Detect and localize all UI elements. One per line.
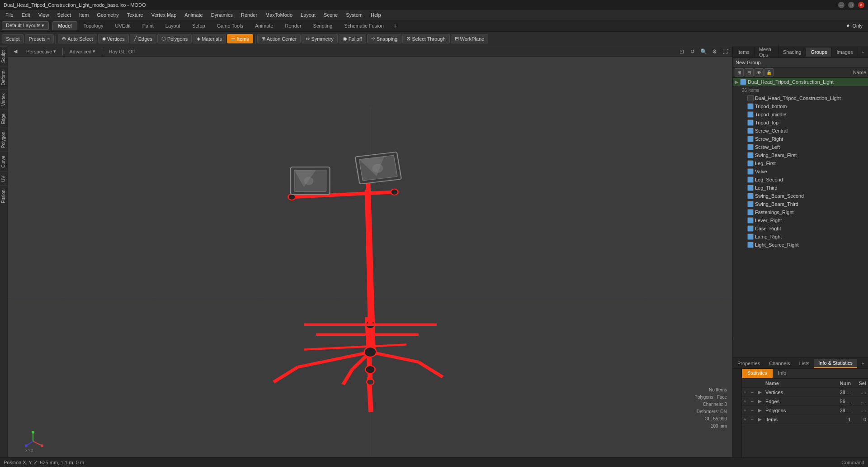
rpanel-tab-shading[interactable]: Shading (778, 48, 806, 57)
tab-model[interactable]: Model (52, 21, 78, 30)
menu-scene[interactable]: Scene (320, 11, 341, 19)
viewport-view-label[interactable]: Perspective ▾ (24, 48, 59, 55)
tree-item-10[interactable]: Leg_Second (733, 176, 868, 184)
stats-arrow-vertices[interactable]: ▶ (758, 390, 764, 395)
group-eye-button[interactable]: 👁 (755, 68, 764, 76)
menu-layout[interactable]: Layout (297, 11, 319, 19)
viewport-ray-gl[interactable]: Ray GL: Off (106, 48, 137, 55)
sidebar-curve[interactable]: Curve (0, 152, 8, 172)
viewport[interactable]: ◀ Perspective ▾ Advanced ▾ Ray GL: Off ⊡… (8, 46, 732, 457)
menu-item[interactable]: Item (75, 11, 92, 19)
item-6-checkbox[interactable] (747, 144, 754, 150)
tree-item-6[interactable]: Screw_Left (733, 143, 868, 151)
tab-paint[interactable]: Paint (137, 21, 160, 30)
stats-plus-edges[interactable]: + (744, 399, 749, 404)
tab-animate[interactable]: Animate (249, 21, 279, 30)
tree-item-17[interactable]: Lamp_Right (733, 233, 868, 241)
rpanel-tab-mesh-ops[interactable]: Mesh Ops (755, 45, 778, 59)
tree-item-16[interactable]: Case_Right (733, 224, 868, 233)
tree-item-18[interactable]: Light_Source_Right (733, 241, 868, 249)
item-16-checkbox[interactable] (747, 225, 754, 232)
stats-plus-vertices[interactable]: + (744, 390, 749, 395)
action-center-button[interactable]: ⊞ Action Center (257, 34, 301, 43)
menu-edit[interactable]: Edit (18, 11, 34, 19)
stats-plus-polygons[interactable]: + (744, 408, 749, 413)
stats-row-edges[interactable]: + – ▶ Edges 56.... .... (742, 397, 868, 406)
item-8-checkbox[interactable] (747, 160, 754, 167)
sidebar-deform[interactable]: Deform (0, 67, 8, 89)
rpanel-add-button[interactable]: + (858, 48, 868, 57)
sidebar-uv[interactable]: UV (0, 172, 8, 186)
select-through-button[interactable]: ⊠ Select Through (402, 34, 449, 43)
menu-animate[interactable]: Animate (181, 11, 206, 19)
expand-button[interactable]: ⛶ (721, 47, 730, 56)
sidebar-sculpt[interactable]: Sculpt (0, 46, 8, 67)
viewport-arrow-left[interactable]: ◀ (11, 48, 20, 55)
sidebar-fusion[interactable]: Fusion (0, 186, 8, 207)
stats-row-items[interactable]: + – ▶ Items 1 0 (742, 415, 868, 424)
stats-arrow-items[interactable]: ▶ (758, 417, 764, 422)
canvas-area[interactable]: No Items Polygons : Face Channels: 0 Def… (8, 57, 732, 457)
root-checkbox[interactable] (740, 79, 746, 85)
materials-button[interactable]: ◈ Materials (193, 34, 226, 43)
stats-plus-items[interactable]: + (744, 417, 749, 422)
star-only[interactable]: ★ Only (842, 22, 866, 29)
item-0-checkbox[interactable] (747, 95, 754, 101)
items-button[interactable]: ☰ Items (227, 34, 253, 43)
vertices-button[interactable]: ◆ Vertices (98, 34, 129, 43)
rpanel-tab-items[interactable]: Items (733, 48, 755, 57)
item-14-checkbox[interactable] (747, 209, 754, 215)
stats-row-polygons[interactable]: + – ▶ Polygons 28.... .... (742, 406, 868, 415)
tree-item-3[interactable]: Tripod_top (733, 119, 868, 127)
presets-button[interactable]: Presets ≡ (25, 34, 54, 43)
falloff-button[interactable]: ◉ Falloff (339, 34, 366, 43)
workplane-button[interactable]: ⊟ WorkPlane (451, 34, 489, 43)
sculpt-button[interactable]: Sculpt (2, 34, 24, 43)
tab-setup[interactable]: Setup (186, 21, 211, 30)
auto-select-button[interactable]: ⊕ Auto Select (58, 34, 97, 43)
close-button[interactable]: ✕ (858, 2, 864, 8)
tree-item-0[interactable]: Dual_Head_Tripod_Construction_Light (733, 94, 868, 102)
tree-item-15[interactable]: Lever_Right (733, 216, 868, 224)
stats-dash-polygons[interactable]: – (751, 408, 756, 413)
menu-maxtomodo[interactable]: MaxToModo (262, 11, 296, 19)
tab-render[interactable]: Render (279, 21, 307, 30)
tab-layout[interactable]: Layout (160, 21, 186, 30)
lpanel-tab-info[interactable]: Info & Statistics (814, 359, 857, 368)
undo-view-button[interactable]: ↺ (688, 47, 697, 56)
add-layout-button[interactable]: + (390, 21, 401, 31)
tree-item-5[interactable]: Screw_Right (733, 135, 868, 143)
item-7-checkbox[interactable] (747, 152, 754, 158)
item-1-checkbox[interactable] (747, 103, 754, 110)
tree-item-4[interactable]: Screw_Central (733, 127, 868, 135)
tab-game-tools[interactable]: Game Tools (211, 21, 250, 30)
tree-item-1[interactable]: Tripod_bottom (733, 102, 868, 110)
sidebar-edge[interactable]: Edge (0, 110, 8, 128)
settings-button[interactable]: ⚙ (710, 47, 719, 56)
layouts-dropdown[interactable]: Default Layouts ▾ (2, 21, 49, 30)
stats-tab-statistics[interactable]: Statistics (742, 369, 773, 378)
tree-item-9[interactable]: Valve (733, 167, 868, 176)
tab-schematic-fusion[interactable]: Schematic Fusion (338, 21, 389, 30)
lpanel-tab-properties[interactable]: Properties (733, 359, 764, 367)
viewport-advanced[interactable]: Advanced ▾ (66, 48, 98, 55)
item-11-checkbox[interactable] (747, 185, 754, 191)
tab-topology[interactable]: Topology (77, 21, 109, 30)
tree-item-2[interactable]: Tripod_middle (733, 110, 868, 119)
menu-geometry[interactable]: Geometry (93, 11, 122, 19)
item-9-checkbox[interactable] (747, 168, 754, 175)
sidebar-polygon[interactable]: Polygon (0, 128, 8, 152)
stats-row-vertices[interactable]: + – ▶ Vertices 28.... .... (742, 388, 868, 397)
tree-item-13[interactable]: Swing_Beam_Third (733, 200, 868, 208)
menu-vertex-map[interactable]: Vertex Map (148, 11, 180, 19)
tab-scripting[interactable]: Scripting (307, 21, 339, 30)
item-4-checkbox[interactable] (747, 128, 754, 134)
menu-help[interactable]: Help (367, 11, 385, 19)
rpanel-tab-images[interactable]: Images (832, 48, 858, 57)
stats-tab-info[interactable]: Info (773, 369, 792, 378)
menu-dynamics[interactable]: Dynamics (208, 11, 236, 19)
lpanel-tab-lists[interactable]: Lists (795, 359, 814, 367)
group-collapse-button[interactable]: ⊟ (745, 68, 754, 76)
sidebar-vertex[interactable]: Vertex (0, 89, 8, 110)
menu-texture[interactable]: Texture (123, 11, 147, 19)
